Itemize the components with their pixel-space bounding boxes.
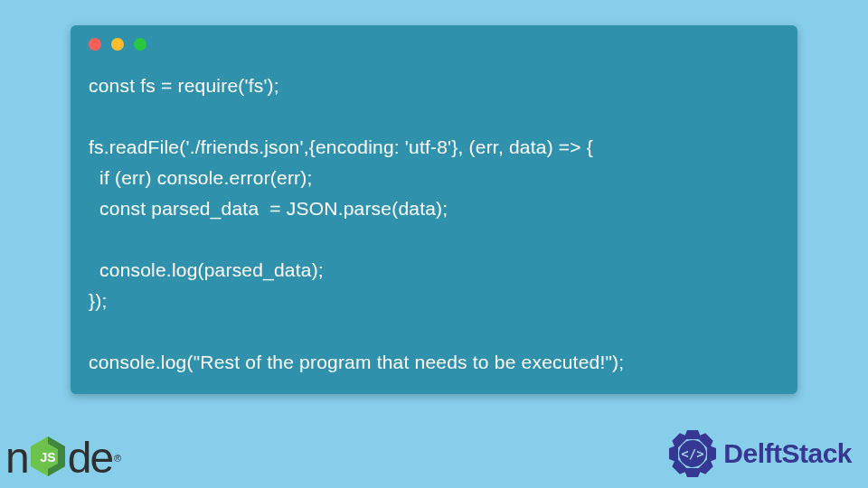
code-line: console.log(parsed_data);: [89, 259, 324, 280]
code-snippet-card: const fs = require('fs'); fs.readFile('.…: [71, 25, 797, 394]
window-traffic-lights: [71, 25, 797, 51]
nodejs-logo-text-suffix: de: [68, 433, 112, 483]
delftstack-logo: </> DelftStack: [667, 428, 852, 479]
delftstack-logo-text: DelftStack: [723, 438, 852, 469]
close-icon: [89, 38, 101, 51]
nodejs-logo: n JS de ®: [5, 433, 121, 483]
svg-text:</>: </>: [682, 446, 704, 461]
svg-text:JS: JS: [40, 450, 55, 465]
code-line: const parsed_data = JSON.parse(data);: [89, 198, 448, 219]
code-line: const fs = require('fs');: [89, 75, 279, 96]
minimize-icon: [111, 38, 124, 51]
code-line: fs.readFile('./friends.json',{encoding: …: [89, 136, 593, 157]
code-block: const fs = require('fs'); fs.readFile('.…: [71, 51, 797, 378]
nodejs-logo-text-prefix: n: [5, 433, 28, 483]
delftstack-badge-icon: </>: [667, 428, 718, 479]
registered-trademark-icon: ®: [114, 453, 121, 464]
code-line: console.log("Rest of the program that ne…: [89, 352, 624, 372]
code-line: });: [89, 290, 107, 311]
code-line: if (err) console.error(err);: [89, 167, 313, 188]
nodejs-hexagon-icon: JS: [29, 435, 67, 482]
maximize-icon: [134, 38, 146, 51]
footer: n JS de ®: [0, 407, 868, 488]
